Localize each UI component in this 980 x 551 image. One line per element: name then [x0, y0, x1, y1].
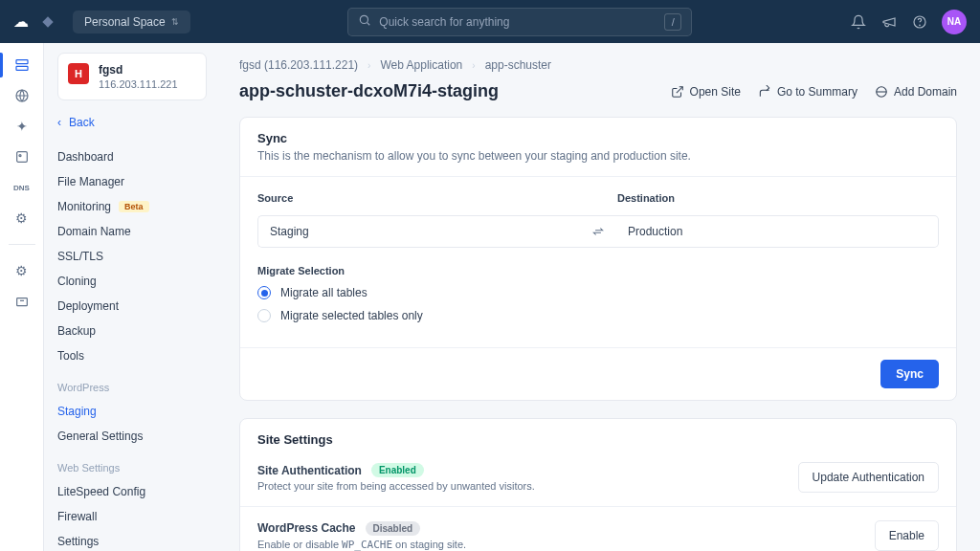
- update-auth-button[interactable]: Update Authentication: [798, 462, 939, 493]
- workspace-switcher[interactable]: Personal Space ⇅: [73, 11, 190, 33]
- nav-general-settings[interactable]: General Settings: [57, 424, 207, 449]
- globe-plus-icon: [875, 85, 888, 99]
- bc-app[interactable]: app-schuster: [485, 58, 551, 72]
- rail-dns-icon[interactable]: DNS: [13, 179, 31, 196]
- header-right: NA: [850, 10, 967, 34]
- nav-staging[interactable]: Staging: [57, 399, 207, 424]
- main-content: fgsd (116.203.111.221) › Web Application…: [216, 43, 980, 551]
- rail-separator: [9, 244, 35, 245]
- radio-icon: [257, 286, 271, 299]
- bc-server[interactable]: fgsd (116.203.111.221): [239, 58, 358, 72]
- add-domain-button[interactable]: Add Domain: [875, 85, 957, 99]
- nav-domain[interactable]: Domain Name: [57, 219, 207, 244]
- server-card[interactable]: H fgsd 116.203.111.221: [57, 53, 207, 100]
- back-link[interactable]: ‹ Back: [57, 114, 207, 131]
- back-label: Back: [69, 116, 95, 129]
- nav-litespeed[interactable]: LiteSpeed Config: [57, 479, 207, 504]
- open-site-button[interactable]: Open Site: [671, 85, 741, 99]
- svg-rect-7: [16, 152, 27, 163]
- site-auth-row: Site Authentication Enabled Protect your…: [240, 449, 956, 507]
- nav-deployment[interactable]: Deployment: [57, 294, 207, 319]
- diamond-icon: [42, 16, 53, 27]
- site-settings-card: Site Settings Site Authentication Enable…: [239, 418, 957, 551]
- radio-migrate-all[interactable]: Migrate all tables: [257, 286, 939, 299]
- enable-cache-button[interactable]: Enable: [875, 520, 939, 551]
- rail-gear-icon[interactable]: ✦: [13, 118, 31, 135]
- nav-section-web: Web Settings: [57, 462, 207, 474]
- help-icon[interactable]: [911, 13, 928, 31]
- search-wrap: Quick search for anything /: [190, 8, 850, 36]
- svg-point-0: [361, 15, 368, 23]
- nav-firewall[interactable]: Firewall: [57, 504, 207, 529]
- go-summary-button[interactable]: Go to Summary: [758, 85, 858, 99]
- rail-servers-icon[interactable]: [13, 56, 31, 74]
- source-field: Staging: [257, 215, 580, 248]
- kbd-hint: /: [664, 13, 681, 31]
- nav-monitoring[interactable]: MonitoringBeta: [57, 194, 207, 219]
- migrate-label: Migrate Selection: [257, 265, 939, 276]
- rail-globe-icon[interactable]: [13, 87, 31, 104]
- megaphone-icon[interactable]: [880, 13, 898, 31]
- swap-icon: [591, 225, 605, 238]
- swap-button[interactable]: [580, 215, 616, 248]
- logo-area: ☁︎ Personal Space ⇅: [13, 11, 190, 33]
- logo-icon: ☁︎: [13, 12, 29, 31]
- svg-point-3: [920, 25, 921, 26]
- chevron-left-icon: ‹: [57, 116, 61, 129]
- cache-name: WordPress Cache: [257, 521, 356, 535]
- nav-cloning[interactable]: Cloning: [57, 269, 207, 294]
- top-header: ☁︎ Personal Space ⇅ Quick search for any…: [0, 0, 980, 43]
- source-label: Source: [257, 192, 579, 204]
- nav-file-manager[interactable]: File Manager: [57, 169, 207, 194]
- wp-cache-row: WordPress Cache Disabled Enable or disab…: [240, 507, 956, 551]
- nav-settings[interactable]: Settings: [57, 529, 207, 551]
- destination-field: Production: [616, 215, 939, 248]
- sync-title: Sync: [257, 131, 939, 145]
- search-placeholder: Quick search for anything: [379, 15, 509, 29]
- nav-ssl[interactable]: SSL/TLS: [57, 244, 207, 269]
- beta-badge: Beta: [119, 201, 149, 212]
- svg-rect-4: [16, 60, 28, 64]
- svg-rect-5: [16, 66, 28, 70]
- rail-archive-icon[interactable]: [13, 293, 31, 310]
- auth-status-badge: Enabled: [371, 463, 424, 477]
- svg-line-1: [368, 23, 370, 26]
- nav-tools[interactable]: Tools: [57, 343, 207, 368]
- svg-point-8: [19, 155, 21, 157]
- bell-icon[interactable]: [850, 13, 867, 31]
- sidebar: H fgsd 116.203.111.221 ‹ Back Dashboard …: [44, 43, 216, 551]
- cache-desc: Enable or disable WP_CACHE on staging si…: [257, 539, 875, 551]
- bc-webapp[interactable]: Web Application: [380, 58, 462, 72]
- site-settings-title: Site Settings: [240, 419, 956, 449]
- chevron-updown-icon: ⇅: [171, 17, 179, 27]
- workspace-label: Personal Space: [84, 15, 166, 29]
- arrow-redo-icon: [758, 85, 771, 99]
- rail-settings-icon[interactable]: ⚙: [13, 262, 31, 279]
- external-link-icon: [671, 85, 684, 99]
- nav-dashboard[interactable]: Dashboard: [57, 144, 207, 169]
- search-input[interactable]: Quick search for anything /: [347, 8, 692, 36]
- auth-name: Site Authentication: [257, 464, 362, 477]
- chevron-right-icon: ›: [368, 60, 370, 71]
- page-title: app-schuster-dcxoM7i4-staging: [239, 81, 499, 101]
- nav-section-wordpress: WordPress: [57, 382, 207, 393]
- rail-services-icon[interactable]: ⚙: [13, 209, 31, 227]
- server-badge: H: [68, 63, 89, 84]
- destination-label: Destination: [617, 192, 939, 204]
- sync-desc: This is the mechanism to allow you to sy…: [257, 149, 939, 163]
- server-name: fgsd: [99, 63, 178, 77]
- sync-button[interactable]: Sync: [880, 360, 939, 388]
- auth-desc: Protect your site from being accessed by…: [257, 480, 798, 492]
- breadcrumb: fgsd (116.203.111.221) › Web Application…: [239, 58, 957, 72]
- avatar[interactable]: NA: [942, 10, 967, 34]
- server-ip: 116.203.111.221: [99, 78, 178, 90]
- cache-status-badge: Disabled: [366, 521, 421, 536]
- sync-card: Sync This is the mechanism to allow you …: [239, 117, 957, 401]
- icon-rail: ✦ DNS ⚙ ⚙: [0, 43, 44, 551]
- search-icon: [358, 13, 371, 30]
- rail-image-icon[interactable]: [13, 148, 31, 165]
- chevron-right-icon: ›: [472, 60, 475, 71]
- radio-migrate-selected[interactable]: Migrate selected tables only: [257, 309, 939, 322]
- svg-rect-9: [16, 298, 27, 306]
- nav-backup[interactable]: Backup: [57, 319, 207, 343]
